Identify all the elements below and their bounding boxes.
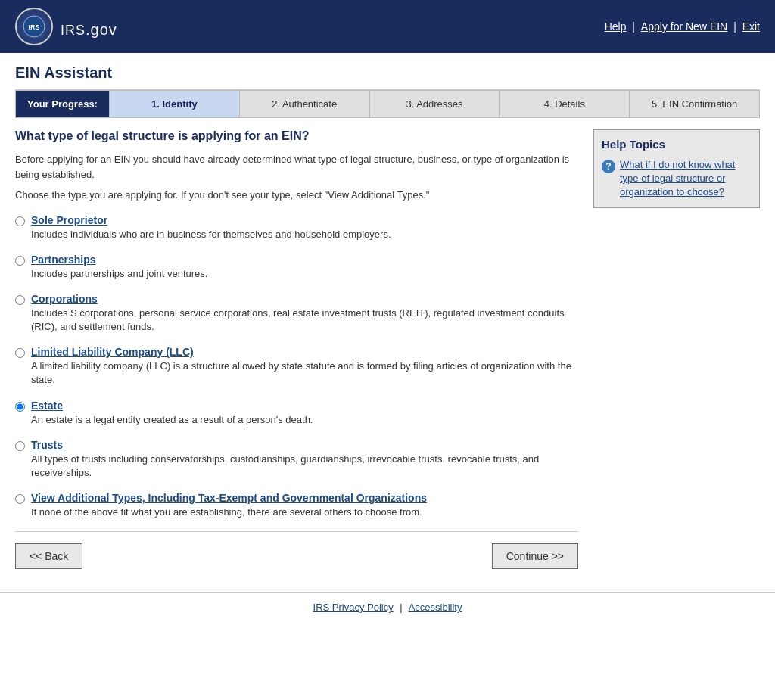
desc-additional-types: If none of the above fit what you are es… — [31, 506, 427, 519]
header: IRS IRS.gov Help | Apply for New EIN | E… — [0, 0, 775, 53]
help-item-1: ? What if I do not know what type of leg… — [602, 158, 752, 200]
option-llc: Limited Liability Company (LLC) A limite… — [15, 346, 578, 387]
option-trusts: Trusts All types of trusts including con… — [15, 439, 578, 480]
svg-text:IRS: IRS — [28, 23, 39, 31]
step-authenticate[interactable]: 2. Authenticate — [239, 91, 369, 117]
desc-partnerships: Includes partnerships and joint ventures… — [31, 267, 207, 281]
irs-seal: IRS — [15, 8, 53, 45]
label-sole-proprietor[interactable]: Sole Proprietor — [31, 214, 107, 226]
header-links: Help | Apply for New EIN | Exit — [605, 20, 760, 33]
content-area: What type of legal structure is applying… — [15, 118, 760, 592]
desc-sole-proprietor: Includes individuals who are in business… — [31, 228, 391, 241]
desc-trusts: All types of trusts including conservato… — [31, 453, 578, 480]
radio-llc[interactable] — [15, 348, 25, 358]
logo: IRS IRS.gov — [15, 8, 117, 45]
desc-corporations: Includes S corporations, personal servic… — [31, 306, 578, 334]
continue-button[interactable]: Continue >> — [492, 543, 578, 569]
irs-logo-text: IRS.gov — [61, 13, 117, 41]
option-additional-types: View Additional Types, Including Tax-Exe… — [15, 492, 578, 519]
help-title: Help Topics — [602, 138, 752, 151]
radio-trusts[interactable] — [15, 441, 25, 451]
description-2: Choose the type you are applying for. If… — [15, 188, 578, 203]
radio-additional-types[interactable] — [15, 494, 25, 504]
help-box: Help Topics ? What if I do not know what… — [593, 129, 760, 208]
radio-corporations[interactable] — [15, 295, 25, 305]
option-sole-proprietor: Sole Proprietor Includes individuals who… — [15, 214, 578, 241]
apply-new-ein-link[interactable]: Apply for New EIN — [641, 20, 727, 33]
privacy-policy-link[interactable]: IRS Privacy Policy — [313, 602, 394, 613]
description-1: Before applying for an EIN you should ha… — [15, 152, 578, 182]
label-corporations[interactable]: Corporations — [31, 293, 98, 305]
help-link-legal-structure[interactable]: What if I do not know what type of legal… — [620, 158, 752, 200]
label-estate[interactable]: Estate — [31, 400, 63, 412]
button-row: << Back Continue >> — [15, 531, 578, 580]
page-title: EIN Assistant — [15, 64, 760, 82]
help-link[interactable]: Help — [605, 20, 627, 33]
option-estate: Estate An estate is a legal entity creat… — [15, 400, 578, 427]
label-partnerships[interactable]: Partnerships — [31, 254, 96, 266]
radio-estate[interactable] — [15, 402, 25, 412]
step-addresses[interactable]: 3. Addresses — [369, 91, 500, 117]
progress-bar: Your Progress: 1. Identify 2. Authentica… — [15, 90, 760, 118]
step-ein-confirmation[interactable]: 5. EIN Confirmation — [629, 91, 759, 117]
page-title-section: EIN Assistant — [15, 53, 760, 90]
exit-link[interactable]: Exit — [742, 20, 760, 33]
help-question-icon: ? — [602, 160, 615, 173]
label-additional-types[interactable]: View Additional Types, Including Tax-Exe… — [31, 492, 427, 504]
option-corporations: Corporations Includes S corporations, pe… — [15, 293, 578, 334]
step-identify[interactable]: 1. Identify — [109, 91, 239, 117]
sidebar: Help Topics ? What if I do not know what… — [593, 129, 760, 580]
question-heading: What type of legal structure is applying… — [15, 129, 578, 143]
option-partnerships: Partnerships Includes partnerships and j… — [15, 254, 578, 281]
desc-estate: An estate is a legal entity created as a… — [31, 413, 313, 427]
radio-sole-proprietor[interactable] — [15, 216, 25, 226]
progress-label: Your Progress: — [16, 91, 109, 117]
radio-partnerships[interactable] — [15, 256, 25, 266]
options-list: Sole Proprietor Includes individuals who… — [15, 214, 578, 520]
label-llc[interactable]: Limited Liability Company (LLC) — [31, 346, 194, 358]
step-details[interactable]: 4. Details — [499, 91, 629, 117]
desc-llc: A limited liability company (LLC) is a s… — [31, 359, 578, 387]
back-button[interactable]: << Back — [15, 543, 82, 569]
footer-separator: | — [400, 602, 402, 613]
main-content: What type of legal structure is applying… — [15, 129, 578, 580]
accessibility-link[interactable]: Accessibility — [409, 602, 462, 613]
footer: IRS Privacy Policy | Accessibility — [0, 592, 775, 622]
label-trusts[interactable]: Trusts — [31, 439, 63, 451]
